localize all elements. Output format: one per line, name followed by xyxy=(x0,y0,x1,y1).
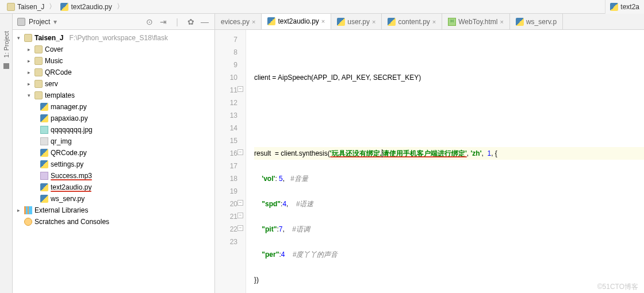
tree-label: Success.mp3 xyxy=(51,172,92,180)
python-icon xyxy=(388,18,396,26)
tree-label: papaxiao.py xyxy=(51,114,88,122)
tree-file[interactable]: ws_serv.py xyxy=(13,193,214,205)
tree-label: QRCode.py xyxy=(51,149,87,157)
close-icon[interactable]: × xyxy=(252,18,255,25)
breadcrumb-label: Taisen_J xyxy=(17,3,44,11)
code-line[interactable]: client = AipSpeech(APP_ID, API_KEY, SECR… xyxy=(254,71,644,84)
collapse-icon[interactable]: ⇥ xyxy=(158,17,168,26)
hide-icon[interactable]: — xyxy=(200,17,210,26)
tree-file[interactable]: text2audio.py xyxy=(13,182,214,193)
tab-ws-serv[interactable]: ws_serv.p xyxy=(510,14,563,29)
chevron-right-icon: 〉 xyxy=(117,2,124,11)
python-icon xyxy=(40,183,48,191)
gear-icon[interactable]: ✿ xyxy=(186,17,196,26)
fold-icon[interactable]: − xyxy=(237,200,243,206)
tree-file[interactable]: manager.py xyxy=(13,101,214,113)
tree-root[interactable]: ▾ Taisen_J F:\Python_workspace_S18\flask xyxy=(13,32,214,44)
html-icon xyxy=(448,18,456,26)
code-line[interactable]: "per":4 #度丫丫的声音 xyxy=(254,248,644,261)
close-icon[interactable]: × xyxy=(321,18,325,25)
tree-file[interactable]: papaxiao.py xyxy=(13,113,214,124)
code-line[interactable]: "pit":7, #语调 xyxy=(254,223,644,236)
gutter: 78910 11− 12131415 16− 171819 20− 21− 22… xyxy=(215,30,246,293)
tree-file[interactable]: QRCode.py xyxy=(13,147,214,159)
dropdown-icon: ▾ xyxy=(53,18,57,26)
tab-evices[interactable]: evices.py× xyxy=(215,14,262,29)
code-text[interactable]: client = AipSpeech(APP_ID, API_KEY, SECR… xyxy=(246,30,644,293)
tree-external-libraries[interactable]: ▸External Libraries xyxy=(13,205,214,216)
breadcrumb-root[interactable]: Taisen_J xyxy=(5,3,47,11)
tab-label: content.py xyxy=(398,18,430,26)
python-icon xyxy=(40,195,48,203)
chevron-right-icon[interactable]: ▸ xyxy=(15,207,22,213)
panel-title[interactable]: Project ▾ xyxy=(17,18,141,26)
tool-rail-project[interactable]: 1: Project xyxy=(2,28,11,61)
panel-title-label: Project xyxy=(29,18,50,26)
tree-label: Cover xyxy=(45,45,63,53)
code-line[interactable]: }) xyxy=(254,273,644,286)
breadcrumb-file[interactable]: text2audio.py xyxy=(58,3,114,11)
tree-label: manager.py xyxy=(51,103,87,111)
tree-folder[interactable]: ▸Cover xyxy=(13,44,214,55)
code-line[interactable] xyxy=(254,46,644,59)
python-icon xyxy=(610,3,618,11)
library-icon xyxy=(24,206,32,214)
tab-content[interactable]: content.py× xyxy=(382,14,442,29)
fold-icon[interactable]: − xyxy=(237,225,243,231)
tree-label: text2audio.py xyxy=(51,183,91,191)
code-line[interactable]: "spd":4, #语速 xyxy=(254,198,644,210)
tab-webtoy[interactable]: WebToy.html× xyxy=(442,14,510,29)
close-icon[interactable]: × xyxy=(432,18,436,25)
chevron-down-icon[interactable]: ▾ xyxy=(25,92,32,98)
tab-text2audio[interactable]: text2audio.py× xyxy=(262,14,331,30)
tree-file[interactable]: settings.py xyxy=(13,159,214,170)
code-line[interactable]: 'vol': 5, #音量 xyxy=(254,172,644,185)
python-icon xyxy=(267,17,275,25)
code-line-current[interactable]: result = client.synthesis('玩具还没有绑定,请使用手机… xyxy=(254,147,644,160)
tree-label: QRCode xyxy=(45,68,72,76)
target-icon[interactable]: ⊙ xyxy=(144,17,155,26)
divider: | xyxy=(172,17,182,26)
tab-label: user.py xyxy=(347,18,370,26)
code-area[interactable]: 78910 11− 12131415 16− 171819 20− 21− 22… xyxy=(215,30,644,293)
tree-label: qr_img xyxy=(51,137,72,145)
tree-file[interactable]: qqqqqqqq.jpg xyxy=(13,124,214,136)
chevron-down-icon[interactable]: ▾ xyxy=(15,35,22,41)
tree-folder[interactable]: ▸Music xyxy=(13,55,214,67)
tree-folder[interactable]: ▸serv xyxy=(13,78,214,90)
python-icon xyxy=(40,149,48,157)
tree-folder[interactable]: ▸QRCode xyxy=(13,67,214,78)
breadcrumb: Taisen_J 〉 text2audio.py 〉 xyxy=(0,0,644,14)
code-line[interactable] xyxy=(254,97,644,109)
chevron-right-icon[interactable]: ▸ xyxy=(25,70,32,75)
tree-label: qqqqqqqq.jpg xyxy=(51,126,93,134)
tree-scratches[interactable]: Scratches and Consoles xyxy=(13,216,214,228)
python-icon xyxy=(40,103,48,111)
watermark: ©51CTO博客 xyxy=(597,282,638,292)
fold-icon[interactable]: − xyxy=(237,86,243,92)
folder-icon xyxy=(34,80,43,88)
open-file-indicator[interactable]: text2a xyxy=(605,0,644,14)
tree-label: Taisen_J xyxy=(34,34,63,42)
tab-user[interactable]: user.py× xyxy=(331,14,382,29)
tab-label: text2audio.py xyxy=(278,17,319,25)
chevron-right-icon[interactable]: ▸ xyxy=(25,58,32,64)
tree-folder[interactable]: ▾templates xyxy=(13,90,214,101)
tree-file[interactable]: Success.mp3 xyxy=(13,170,214,182)
file-icon xyxy=(40,137,48,145)
code-line[interactable] xyxy=(254,122,644,134)
python-icon xyxy=(60,3,68,11)
close-icon[interactable]: × xyxy=(500,18,504,25)
fold-icon[interactable]: − xyxy=(237,213,243,218)
project-tree[interactable]: ▾ Taisen_J F:\Python_workspace_S18\flask… xyxy=(13,30,214,293)
chevron-right-icon[interactable]: ▸ xyxy=(25,81,32,87)
close-icon[interactable]: × xyxy=(372,18,375,25)
panel-header: Project ▾ ⊙ ⇥ | ✿ — xyxy=(13,14,214,30)
chevron-right-icon[interactable]: ▸ xyxy=(25,47,32,52)
folder-icon xyxy=(34,57,43,65)
tree-file[interactable]: qr_img xyxy=(13,136,214,147)
tree-label: serv xyxy=(45,80,58,88)
open-file-label: text2a xyxy=(620,3,639,11)
fold-icon[interactable]: − xyxy=(237,149,243,155)
tool-rail-icon xyxy=(3,63,9,69)
